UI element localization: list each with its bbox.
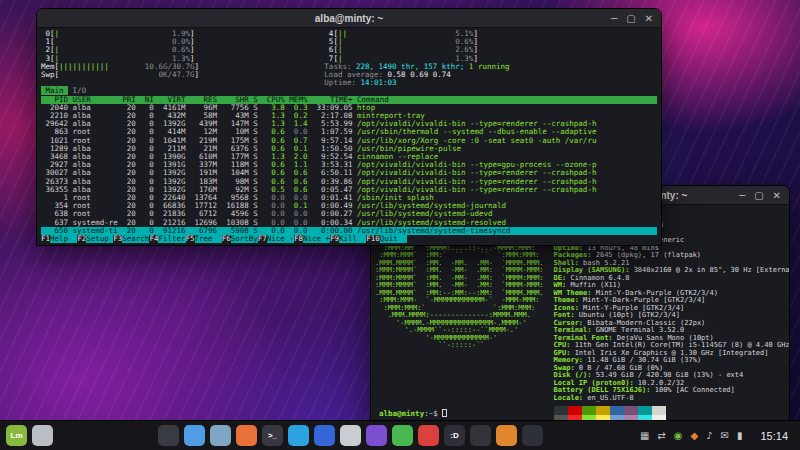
info-value: 3840x2160 @ 2x in 85", 30 Hz [External]	[629, 266, 790, 274]
fkey-label[interactable]: Help	[50, 234, 77, 243]
fkey-label[interactable]: Search	[122, 234, 149, 243]
dock[interactable]: >_:D	[158, 425, 548, 446]
mail-icon[interactable]: ✉	[721, 430, 729, 441]
color-swatch	[596, 406, 610, 415]
maximize-button[interactable]: ▢	[754, 190, 763, 201]
neofetch-info-line: Locale: en_US.UTF-8	[554, 395, 790, 403]
minimize-button[interactable]: ─	[611, 13, 617, 24]
app-dark-2-icon[interactable]	[470, 425, 491, 446]
info-label: Locale:	[554, 394, 584, 402]
color-swatch	[582, 406, 596, 415]
fkey-nice[interactable]: F7	[258, 234, 267, 243]
taskbar[interactable]: Lm >_:D ▦⇄◉◆♪✉▮ 15:14	[0, 420, 800, 450]
terminal-line: Uptime: 14:01:03	[41, 79, 657, 87]
color-icon[interactable]: ◆	[690, 430, 698, 441]
htop-screen[interactable]: 0[| 1.9%] 4[|| 5.1%] 1[ 0.0%] 5[| 0.6%] …	[37, 28, 661, 245]
fkey-kill[interactable]: F9	[330, 234, 339, 243]
fkey-label[interactable]: Nice +	[303, 234, 330, 243]
display-icon[interactable]: ▦	[640, 430, 649, 441]
chromium-icon[interactable]	[184, 425, 205, 446]
volume-icon[interactable]: ♪	[706, 430, 712, 441]
info-value: en_US.UTF-8	[583, 394, 634, 402]
prompt-user-host: alba@minty	[379, 409, 424, 418]
text-editor-icon[interactable]	[340, 425, 361, 446]
htop-titlebar[interactable]: alba@minty: ~ ─ ▢ ✕	[37, 9, 661, 28]
fkey-label[interactable]: Nice -	[267, 234, 294, 243]
app-green-icon[interactable]	[392, 425, 413, 446]
firefox-icon[interactable]	[236, 425, 257, 446]
prompt-dollar: $	[433, 409, 442, 418]
vivaldi-icon[interactable]	[418, 425, 439, 446]
close-button[interactable]: ✕	[645, 13, 653, 24]
meter-bracket: Swp[	[41, 70, 59, 79]
files-icon[interactable]	[210, 425, 231, 446]
fkey-nice[interactable]: F8	[294, 234, 303, 243]
uptime-value: 14:01:03	[360, 78, 396, 87]
text-cursor	[442, 409, 447, 417]
app-purple-icon[interactable]	[366, 425, 387, 446]
color-swatch	[554, 406, 568, 415]
info-value: 100% [AC Connected]	[651, 386, 735, 394]
smiley-app-icon[interactable]: :D	[444, 425, 465, 446]
fkey-label[interactable]: Filter	[158, 234, 185, 243]
maximize-button[interactable]: ▢	[626, 13, 635, 24]
fkey-tree[interactable]: F5	[186, 234, 195, 243]
app-orange-icon[interactable]	[496, 425, 517, 446]
battery-icon[interactable]: ▮	[737, 430, 743, 441]
minimize-button[interactable]: ─	[739, 190, 745, 201]
system-tray[interactable]: ▦⇄◉◆♪✉▮ 15:14	[640, 430, 794, 442]
color-swatch	[652, 406, 666, 415]
app-blue-icon[interactable]	[314, 425, 335, 446]
fkey-sortby[interactable]: F6	[222, 234, 231, 243]
app-dark-3-icon[interactable]	[522, 425, 543, 446]
fkey-search[interactable]: F3	[113, 234, 122, 243]
update-shield-icon[interactable]: ◉	[674, 430, 683, 441]
terminal-icon[interactable]: >_	[262, 425, 283, 446]
meter-column: Uptime: 14:01:03	[324, 79, 607, 87]
fkey-label[interactable]: Quit	[380, 234, 407, 243]
color-swatch	[638, 406, 652, 415]
tasks-running: 1 running	[469, 62, 510, 71]
shell-prompt[interactable]: alba@minty:~$	[379, 409, 447, 418]
fkey-setup[interactable]: F2	[77, 234, 86, 243]
fkey-label[interactable]: Setup	[86, 234, 113, 243]
load-value: 0.58 0.69 0.74	[388, 70, 451, 79]
show-desktop-icon[interactable]	[32, 425, 53, 446]
network-icon[interactable]: ⇄	[657, 430, 665, 441]
htop-terminal-window[interactable]: alba@minty: ~ ─ ▢ ✕ 0[| 1.9%] 4[|| 5.1%]…	[36, 8, 662, 246]
color-swatch	[568, 406, 582, 415]
fkey-label[interactable]: Tree	[195, 234, 222, 243]
htop-window-title: alba@minty: ~	[315, 13, 383, 24]
fkey-label[interactable]: SortBy	[231, 234, 258, 243]
meter-column: Swp[ 0K/47.7G]	[41, 71, 324, 79]
meter-value: 0K/47.7G	[59, 70, 194, 79]
color-swatch	[624, 406, 638, 415]
fkey-quit[interactable]: F10	[366, 234, 380, 243]
fkey-help[interactable]: F1	[41, 234, 50, 243]
fkey-label[interactable]: Kill	[339, 234, 366, 243]
meter-bracket: ]	[195, 70, 200, 79]
mint-menu-button[interactable]: Lm	[6, 425, 27, 446]
telegram-icon[interactable]	[288, 425, 309, 446]
close-button[interactable]: ✕	[773, 190, 781, 201]
app-dark-1-icon[interactable]	[158, 425, 179, 446]
uptime-label: Uptime:	[324, 78, 360, 87]
color-swatch	[610, 406, 624, 415]
terminal-line: F1Help F2Setup F3SearchF4FilterF5Tree F6…	[41, 235, 657, 243]
clock[interactable]: 15:14	[760, 430, 788, 442]
